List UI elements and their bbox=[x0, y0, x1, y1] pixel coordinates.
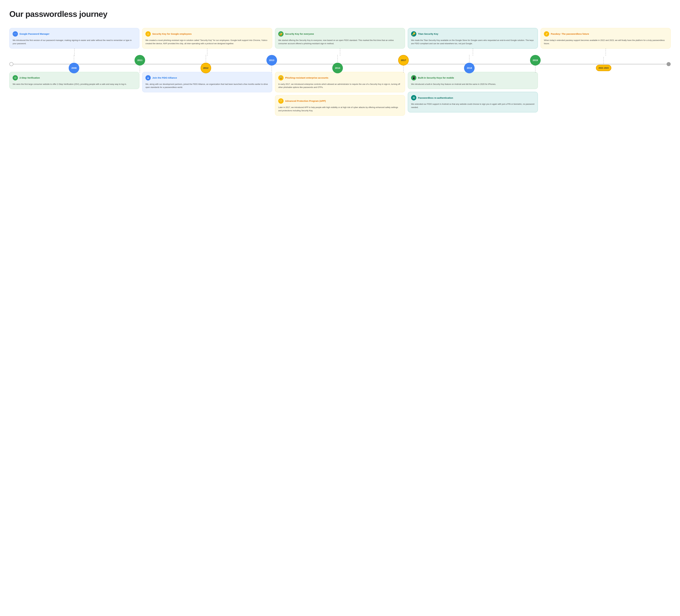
connector-down-2 bbox=[140, 65, 140, 73]
node-blue-2018: 2018 bbox=[464, 63, 475, 73]
card-header-app: 🛡 Advanced Protection Program (APP) bbox=[278, 98, 402, 104]
node-blue-2008: 2008 bbox=[69, 63, 79, 73]
connector-up-7 bbox=[469, 55, 470, 63]
card-header-fido-alliance: ▲ Join the FIDO Alliance bbox=[145, 75, 269, 81]
card-title-passkey-future: Passkey: The passwordless future bbox=[551, 32, 589, 35]
node-green-2014: 2014 bbox=[332, 63, 343, 73]
card-title-passwordless-reauth: Passwordless re-authentication bbox=[418, 96, 453, 99]
card-header-titan-security-key: 🔑 Titan Security Key bbox=[411, 31, 535, 36]
card-fido-alliance: ▲ Join the FIDO Alliance We, along with … bbox=[142, 72, 272, 92]
timeline-node-2022–2023: 2022–2023 bbox=[596, 57, 611, 71]
card-header-google-password-manager: ··· Google Password Manager bbox=[12, 31, 136, 36]
card-titan-security-key: 🔑 Titan Security Key We made the Titan S… bbox=[408, 28, 538, 49]
timeline-node-10 bbox=[667, 62, 671, 66]
connector-down-8 bbox=[535, 65, 536, 73]
card-header-security-key-employees: ⚠ Security Key for Google employees bbox=[145, 31, 269, 36]
timeline-node-2018: 2018 bbox=[464, 55, 475, 73]
card-body-fido-alliance: We, along with our development partners,… bbox=[145, 83, 269, 89]
card-icon-passkey-future: ✓ bbox=[544, 31, 549, 36]
card-icon-security-key-employees: ⚠ bbox=[145, 31, 151, 36]
card-passkey-future: ✓ Passkey: The passwordless future When … bbox=[541, 28, 671, 49]
card-icon-google-password-manager: ··· bbox=[12, 31, 18, 36]
bottom-col-0: ⊙ 2-Step Verification We were the first … bbox=[9, 72, 139, 116]
card-google-password-manager: ··· Google Password Manager We introduce… bbox=[9, 28, 139, 49]
bottom-col-1: ▲ Join the FIDO Alliance We, along with … bbox=[142, 72, 272, 116]
card-icon-passwordless-reauth: ⊞ bbox=[411, 95, 416, 100]
card-header-security-key-everyone: 🔐 Security Key for everyone bbox=[278, 31, 402, 36]
bottom-col-4 bbox=[541, 72, 671, 116]
connector-up-9 bbox=[603, 57, 604, 65]
node-yellow-pill: 2022–2023 bbox=[596, 65, 611, 71]
timeline-node-2008: 2008 bbox=[69, 55, 79, 73]
card-body-builtin-security-keys-mobile: We introduced a built-in Security Key fe… bbox=[411, 83, 535, 86]
card-icon-builtin-security-keys-mobile: 📱 bbox=[411, 75, 416, 81]
connector-down-6 bbox=[403, 65, 404, 73]
card-2step-verification: ⊙ 2-Step Verification We were the first … bbox=[9, 72, 139, 89]
timeline-row: 200820112012201320142017201820192022–202… bbox=[9, 56, 671, 72]
card-builtin-security-keys-mobile: 📱 Built-in Security Keys for mobile We i… bbox=[408, 72, 538, 89]
card-title-app: Advanced Protection Program (APP) bbox=[285, 99, 326, 102]
card-title-phishing-resistant-enterprise: Phishing-resistant enterprise accounts bbox=[285, 76, 329, 79]
card-icon-2step-verification: ⊙ bbox=[12, 75, 18, 81]
card-title-titan-security-key: Titan Security Key bbox=[418, 32, 438, 35]
connector-down-4 bbox=[272, 65, 272, 73]
timeline-node-0 bbox=[9, 62, 13, 66]
bottom-col-3: 📱 Built-in Security Keys for mobile We i… bbox=[408, 72, 538, 116]
card-security-key-employees: ⚠ Security Key for Google employees We c… bbox=[142, 28, 272, 49]
card-title-google-password-manager: Google Password Manager bbox=[20, 32, 50, 35]
card-body-app: Later in 2017, we introduced APP to help… bbox=[278, 106, 402, 112]
card-body-security-key-everyone: We started offering the Security Key to … bbox=[278, 39, 402, 45]
node-gray-end bbox=[667, 62, 671, 66]
card-title-2step-verification: 2-Step Verification bbox=[20, 76, 40, 79]
node-green-2011: 2011 bbox=[135, 55, 145, 65]
timeline-node-2011: 2011 bbox=[135, 55, 145, 73]
top-cards-row: ··· Google Password Manager We introduce… bbox=[9, 28, 671, 56]
card-body-passkey-future: When today's extended passkey support be… bbox=[544, 39, 668, 45]
card-app: 🛡 Advanced Protection Program (APP) Late… bbox=[275, 95, 405, 116]
card-icon-phishing-resistant-enterprise: 🔒 bbox=[278, 75, 284, 81]
timeline-node-2012: 2012 bbox=[201, 55, 211, 73]
timeline-node-2014: 2014 bbox=[332, 55, 343, 73]
card-title-security-key-everyone: Security Key for everyone bbox=[285, 32, 314, 35]
timeline-node-2013: 2013 bbox=[266, 55, 277, 73]
connector-up-5 bbox=[337, 55, 338, 63]
timeline-node-2019: 2019 bbox=[530, 55, 541, 73]
card-body-google-password-manager: We introduced the first version of our p… bbox=[12, 39, 136, 45]
bottom-cards-section: ⊙ 2-Step Verification We were the first … bbox=[9, 72, 671, 116]
bottom-col-2: 🔒 Phishing-resistant enterprise accounts… bbox=[275, 72, 405, 116]
card-body-passwordless-reauth: We extended our FIDO support in Android … bbox=[411, 102, 535, 109]
card-body-security-key-employees: We created a novel phishing-resistant si… bbox=[145, 39, 269, 45]
card-security-key-everyone: 🔐 Security Key for everyone We started o… bbox=[275, 28, 405, 49]
card-icon-security-key-everyone: 🔐 bbox=[278, 31, 284, 36]
timeline-section: ··· Google Password Manager We introduce… bbox=[9, 28, 671, 116]
node-hollow bbox=[9, 62, 13, 66]
card-icon-fido-alliance: ▲ bbox=[145, 75, 151, 81]
connector-up-3 bbox=[206, 55, 206, 63]
node-blue-2013: 2013 bbox=[266, 55, 277, 65]
card-title-security-key-employees: Security Key for Google employees bbox=[152, 32, 192, 35]
node-green-2019: 2019 bbox=[530, 55, 541, 65]
card-phishing-resistant-enterprise: 🔒 Phishing-resistant enterprise accounts… bbox=[275, 72, 405, 92]
card-body-phishing-resistant-enterprise: In early 2017, we introduced enterprise … bbox=[278, 83, 402, 89]
card-icon-app: 🛡 bbox=[278, 98, 284, 104]
card-title-fido-alliance: Join the FIDO Alliance bbox=[152, 76, 177, 79]
card-header-phishing-resistant-enterprise: 🔒 Phishing-resistant enterprise accounts bbox=[278, 75, 402, 81]
card-header-passkey-future: ✓ Passkey: The passwordless future bbox=[544, 31, 668, 36]
page-title: Our passwordless journey bbox=[9, 9, 671, 19]
card-passwordless-reauth: ⊞ Passwordless re-authentication We exte… bbox=[408, 92, 538, 112]
card-icon-titan-security-key: 🔑 bbox=[411, 31, 416, 36]
card-header-builtin-security-keys-mobile: 📱 Built-in Security Keys for mobile bbox=[411, 75, 535, 81]
card-body-titan-security-key: We made the Titan Security Key available… bbox=[411, 39, 535, 45]
connector-up-1 bbox=[74, 55, 74, 63]
card-header-passwordless-reauth: ⊞ Passwordless re-authentication bbox=[411, 95, 535, 100]
card-title-builtin-security-keys-mobile: Built-in Security Keys for mobile bbox=[418, 76, 454, 79]
card-header-2step-verification: ⊙ 2-Step Verification bbox=[12, 75, 136, 81]
card-body-2step-verification: We were the first large consumer website… bbox=[12, 83, 136, 86]
timeline-node-2017: 2017 bbox=[398, 55, 409, 73]
node-yellow-2012: 2012 bbox=[201, 63, 211, 73]
node-yellow-2017: 2017 bbox=[398, 55, 409, 65]
timeline-nodes: 200820112012201320142017201820192022–202… bbox=[9, 55, 671, 73]
